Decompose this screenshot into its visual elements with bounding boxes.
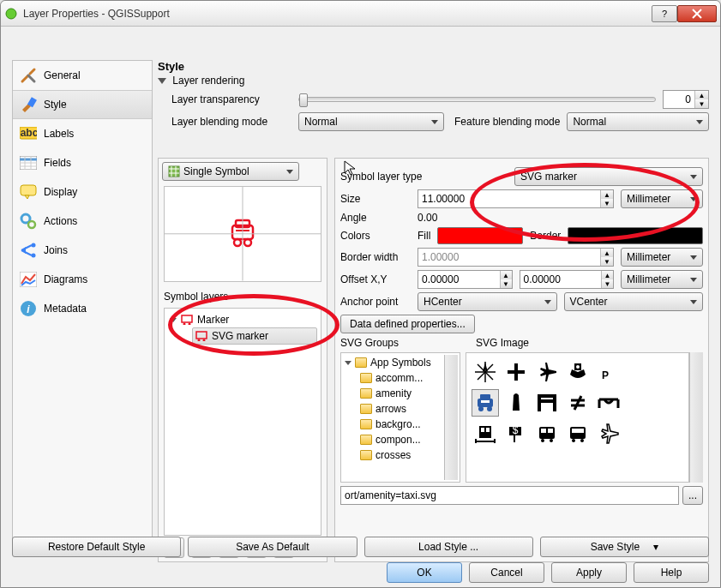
svg-bridge-icon[interactable]	[595, 389, 622, 417]
main-panel: Style Layer rendering Layer transparency…	[158, 60, 709, 533]
sidebar-item-joins[interactable]: Joins	[13, 236, 152, 265]
anchor-v-combo[interactable]: VCenter	[564, 292, 704, 311]
sidebar-item-label: Joins	[44, 244, 68, 256]
help-button-bottom[interactable]: Help	[634, 562, 709, 583]
tools-icon	[20, 67, 37, 84]
restore-default-button[interactable]: Restore Default Style	[12, 537, 181, 557]
layer-blend-label: Layer blending mode	[171, 116, 291, 128]
svg-rect-46	[481, 428, 484, 432]
transparency-value[interactable]	[664, 91, 694, 108]
sidebar-item-display[interactable]: Display	[13, 177, 152, 207]
sidebar-item-metadata[interactable]: i Metadata	[13, 294, 152, 323]
browse-button[interactable]: ...	[682, 486, 703, 505]
apply-button[interactable]: Apply	[551, 562, 627, 583]
renderer-combo[interactable]: Single Symbol	[162, 162, 299, 181]
sidebar-item-style[interactable]: Style	[13, 90, 152, 119]
sidebar-item-diagrams[interactable]: Diagrams	[13, 265, 152, 294]
svg-point-12	[28, 221, 35, 228]
save-as-default-button[interactable]: Save As Default	[188, 537, 357, 557]
svg-image-grid[interactable]: P $	[466, 352, 689, 483]
angle-value: 0.00	[418, 212, 437, 224]
transparency-slider[interactable]	[298, 97, 656, 102]
feature-blend-combo[interactable]: Normal	[567, 112, 709, 131]
svg-rect-29	[196, 332, 207, 339]
cancel-button[interactable]: Cancel	[469, 562, 544, 583]
svg-arch-icon[interactable]	[533, 389, 561, 417]
sidebar-item-fields[interactable]: Fields	[13, 148, 152, 177]
size-unit-combo[interactable]: Millimeter	[621, 189, 703, 208]
svg-rect-56	[548, 429, 553, 433]
offset-unit-combo[interactable]: Millimeter	[621, 270, 703, 289]
svg-tram-icon[interactable]	[472, 420, 499, 447]
svg-sign-icon[interactable]: $	[502, 420, 530, 447]
scrollbar[interactable]	[689, 352, 703, 483]
svg-groups-tree[interactable]: App Symbols accomm... amenity arrows bac…	[340, 352, 460, 483]
layer-blend-combo[interactable]: Normal	[298, 112, 444, 131]
window-title: Layer Properties - QGISSupport	[23, 8, 652, 20]
svg-notequal-icon[interactable]	[564, 389, 592, 417]
transparency-label: Layer transparency	[171, 93, 291, 105]
bwidth-spin[interactable]: ▲▼	[418, 248, 614, 267]
offset-x-spin[interactable]: ▲▼	[418, 270, 513, 289]
size-spin[interactable]: ▲▼	[418, 189, 614, 208]
scrollbar[interactable]	[444, 355, 458, 480]
fill-swatch[interactable]	[437, 227, 523, 244]
svg-bollard-icon[interactable]	[502, 389, 530, 417]
gears-icon	[20, 213, 37, 230]
sidebar-item-actions[interactable]: Actions	[13, 207, 152, 236]
offset-y-spin[interactable]: ▲▼	[520, 270, 615, 289]
transparency-spin[interactable]: ▲▼	[663, 90, 709, 109]
svg-point-42	[478, 406, 484, 411]
svg-point-62	[580, 439, 584, 442]
svg-point-58	[550, 439, 553, 442]
svg-bus2-icon[interactable]	[564, 420, 592, 447]
tooltip-icon	[20, 183, 37, 201]
ok-button[interactable]: OK	[387, 562, 462, 583]
save-style-button[interactable]: Save Style▾	[540, 537, 709, 557]
info-icon: i	[20, 300, 37, 317]
sidebar-item-labels[interactable]: abc Labels	[13, 119, 152, 148]
svg-point-38	[576, 365, 580, 369]
bwidth-unit-combo[interactable]: Millimeter	[621, 248, 703, 267]
border-label: Border	[530, 230, 561, 242]
chevron-down-icon	[170, 318, 177, 322]
tree-child-svgmarker[interactable]: SVG marker	[192, 327, 317, 345]
svg-point-31	[203, 339, 206, 342]
svg-plane2-icon[interactable]	[595, 420, 622, 447]
svg-taxi-icon[interactable]	[472, 389, 499, 417]
sidebar-item-label: Fields	[44, 157, 71, 169]
symbol-preview-panel: Single Symbol Symbol layers Marker	[158, 158, 327, 562]
svg-blank3[interactable]	[626, 420, 653, 447]
svg-ship-icon[interactable]	[564, 358, 592, 386]
cursor-icon	[344, 160, 356, 176]
svg-compass-icon[interactable]	[472, 358, 499, 386]
svg-point-0	[6, 9, 16, 19]
ddp-button[interactable]: Data defined properties...	[340, 315, 475, 333]
svg-text:P: P	[602, 369, 609, 381]
svg-text:$: $	[513, 424, 519, 436]
load-style-button[interactable]: Load Style ...	[364, 537, 533, 557]
svg-bus-icon[interactable]	[533, 420, 561, 447]
close-button[interactable]	[677, 5, 717, 22]
anchor-h-combo[interactable]: HCenter	[418, 292, 557, 311]
tree-root-marker[interactable]: Marker	[168, 312, 317, 327]
svg-blank2[interactable]	[626, 389, 653, 417]
svg-path-input[interactable]	[340, 486, 679, 505]
svg-rect-26	[182, 315, 192, 322]
app-icon	[4, 7, 18, 21]
sidebar-item-general[interactable]: General	[13, 61, 152, 90]
symbol-type-combo[interactable]: SVG marker	[514, 167, 703, 186]
svg-blank[interactable]	[626, 358, 653, 386]
help-button[interactable]: ?	[652, 5, 677, 22]
svg-parking-icon[interactable]: P	[595, 358, 622, 386]
svg-point-57	[541, 439, 544, 442]
sidebar-item-label: Display	[44, 186, 77, 198]
colors-label: Colors	[340, 230, 411, 242]
svg-plane-icon[interactable]	[533, 358, 561, 386]
sidebar-item-label: Diagrams	[44, 273, 87, 285]
symbol-layers-tree[interactable]: Marker SVG marker	[164, 308, 321, 536]
chart-icon	[20, 271, 37, 288]
border-swatch[interactable]	[568, 227, 703, 244]
svg-plus-icon[interactable]	[502, 358, 530, 386]
chevron-down-icon[interactable]	[158, 78, 166, 84]
